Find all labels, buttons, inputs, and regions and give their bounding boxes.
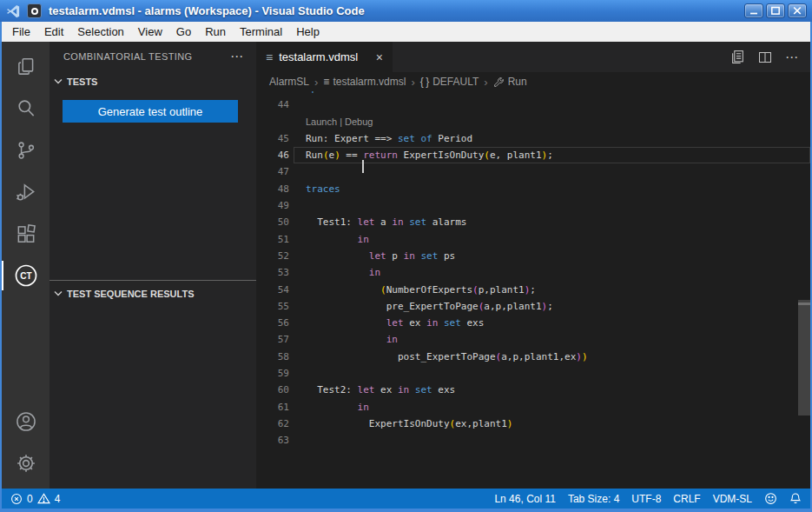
status-bar: 0 4 Ln 46, Col 11 Tab Size: 4 UTF-8 CRLF… [2,489,810,509]
line-number: 53 [256,264,289,281]
file-icon: ≡ [266,51,273,63]
line-number: 59 [256,365,289,382]
line-number: 56 [256,315,289,331]
menu-item-file[interactable]: File [5,22,37,42]
code-line[interactable]: 44 [256,96,810,113]
split-editor-icon[interactable] [758,50,772,64]
extensions-icon[interactable] [2,213,50,255]
maximize-button[interactable] [766,3,785,18]
search-icon[interactable] [2,88,50,130]
line-number [256,114,289,130]
code-line[interactable]: 49 [256,197,810,214]
window-app-icon [27,3,42,18]
menu-item-go[interactable]: Go [169,22,198,42]
line-number: 51 [256,231,289,248]
chevron-down-icon [54,290,63,296]
close-icon[interactable]: × [376,51,383,63]
line-number: 45 [256,130,289,147]
menu-item-terminal[interactable]: Terminal [233,22,289,42]
menu-item-edit[interactable]: Edit [37,22,70,42]
menu-item-selection[interactable]: Selection [70,22,130,42]
code-line[interactable]: 58 post_ExpertToPage(a,p,plant1,ex)) [256,349,810,365]
generate-test-outline-button[interactable]: Generate test outline [63,100,238,123]
line-number: 44 [256,96,289,113]
braces-icon: { } [420,76,429,87]
code-area[interactable]: 43operations44Launch | Debug45Run: Exper… [256,91,810,489]
code-lines: 43operations44Launch | Debug45Run: Exper… [256,91,810,449]
bell-icon[interactable] [789,492,802,505]
chevron-down-icon [54,78,63,84]
vscode-logo-icon [4,3,22,20]
code-line[interactable]: 56 let ex in set exs [256,315,810,331]
breadcrumb-item[interactable]: { }DEFAULT [420,76,479,88]
accounts-icon[interactable] [2,401,50,442]
run-and-debug-icon[interactable] [2,171,50,213]
minimize-button[interactable] [744,3,763,18]
line-number: 48 [256,181,289,197]
line-number: 62 [256,416,289,432]
more-actions-icon[interactable]: ⋯ [230,49,244,64]
code-line[interactable]: 50 Test1: let a in set alarms [256,214,810,230]
more-actions-icon[interactable]: ⋯ [785,50,799,65]
cursor-position-status[interactable]: Ln 46, Col 11 [494,493,556,505]
code-line[interactable]: 54 (NumberOfExperts(p,plant1); [256,282,810,298]
codelens[interactable]: Launch | Debug [256,114,810,130]
code-line[interactable]: 61 in [256,399,810,416]
explorer-icon[interactable] [2,46,50,88]
code-line[interactable]: 47 [256,163,810,180]
language-mode-status[interactable]: VDM-SL [713,493,752,505]
line-number: 47 [256,163,289,180]
results-section-label: TEST SEQUENCE RESULTS [67,289,194,299]
code-line[interactable]: 60 Test2: let ex in set exs [256,382,810,398]
tab-testalarm[interactable]: ≡ testalarm.vdmsl × [256,42,393,72]
activity-bar: CT [2,42,50,489]
scrollbar-marker [798,303,810,305]
eol-status[interactable]: CRLF [673,493,700,505]
codelens-label[interactable]: Launch | Debug [306,116,373,127]
feedback-icon[interactable] [764,492,777,505]
results-section-header[interactable]: TEST SEQUENCE RESULTS [50,283,256,303]
encoding-status[interactable]: UTF-8 [631,493,661,505]
breadcrumb-item[interactable]: AlarmSL [269,76,309,88]
close-button[interactable] [788,3,807,18]
line-number: 58 [256,349,289,365]
code-line[interactable]: 45Run: Expert ==> set of Period [256,130,810,147]
menu-item-help[interactable]: Help [289,22,327,42]
line-number: 50 [256,214,289,230]
code-line[interactable]: 63 [256,432,810,449]
line-number: 49 [256,197,289,214]
breadcrumb-item[interactable]: Run [493,76,527,88]
code-line[interactable]: 48traces [256,181,810,197]
breadcrumb-item[interactable]: ≡testalarm.vdmsl [323,76,406,88]
svg-text:CT: CT [20,271,31,281]
sidebar-title: COMBINATORIAL TESTING [63,51,193,62]
code-line[interactable]: 51 in [256,231,810,248]
tab-size-status[interactable]: Tab Size: 4 [568,493,619,505]
tests-section-label: TESTS [67,76,97,87]
code-line[interactable]: 62 ExpertIsOnDuty(ex,plant1) [256,416,810,432]
chevron-right-icon: › [484,76,487,89]
line-number: 46 [256,147,289,163]
line-number: 52 [256,248,289,264]
tests-section-header[interactable]: TESTS [50,71,256,91]
line-number: 55 [256,298,289,315]
code-line[interactable]: 59 [256,365,810,382]
menu-item-view[interactable]: View [131,22,169,42]
error-count: 0 [27,493,33,505]
menu-bar: FileEditSelectionViewGoRunTerminalHelp [2,22,810,42]
code-line[interactable]: 57 in [256,331,810,348]
code-line[interactable]: 55 pre_ExpertToPage(a,p,plant1); [256,298,810,315]
vscode-window: testalarm.vdmsl - alarms (Workspace) - V… [0,0,812,512]
source-control-icon[interactable] [2,130,50,171]
line-number: 54 [256,282,289,298]
tab-label: testalarm.vdmsl [279,50,358,63]
menu-item-run[interactable]: Run [198,22,233,42]
settings-gear-icon[interactable] [2,442,50,484]
open-changes-icon[interactable] [730,50,745,64]
vertical-scrollbar[interactable] [798,300,810,416]
code-line[interactable]: 52 let p in set ps [256,248,810,264]
code-line[interactable]: 46Run(e) == return ExpertIsOnDuty(e, pla… [256,147,810,163]
code-line[interactable]: 53 in [256,264,810,281]
problems-status[interactable]: 0 4 [10,493,60,505]
combinatorial-testing-icon[interactable]: CT [2,255,50,296]
